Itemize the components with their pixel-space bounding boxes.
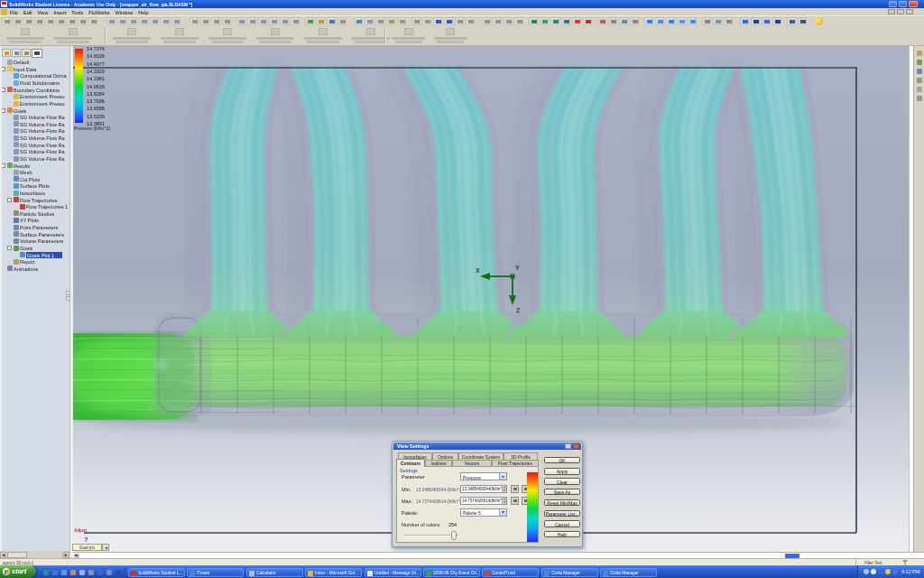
- svg-text:Z: Z: [516, 307, 521, 313]
- svg-text:X: X: [476, 267, 480, 274]
- svg-text:Y: Y: [515, 265, 520, 271]
